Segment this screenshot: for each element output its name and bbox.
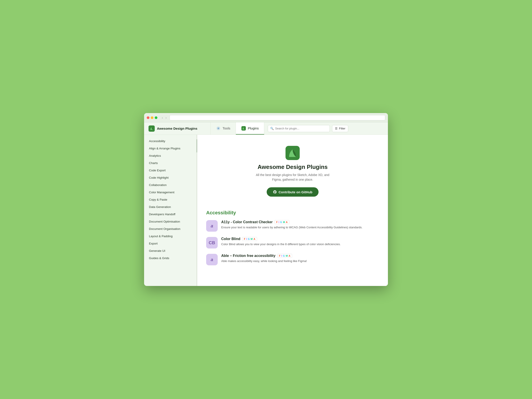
search-icon: 🔍	[270, 127, 274, 130]
github-btn-label: Contribute on GitHub	[279, 190, 312, 194]
tools-tab-label: Tools	[222, 126, 230, 130]
filter-icon: ☰	[335, 127, 338, 130]
github-button[interactable]: Contribute on GitHub	[267, 187, 318, 197]
plugin-item: CBColor BlindFIGMAColor Blind allows you…	[206, 237, 379, 248]
hero-section: Awesome Design Plugins All the best desi…	[197, 135, 388, 205]
plugins-container: aA11y - Color Contrast CheckerFIGMAEnsur…	[206, 220, 379, 265]
plugins-icon	[241, 126, 246, 131]
sidebar-item[interactable]: Document Optimisation	[144, 218, 197, 225]
hero-description: All the best design plugins for Sketch, …	[255, 173, 330, 182]
fullscreen-button[interactable]	[155, 116, 157, 119]
tab-plugins[interactable]: Plugins	[236, 122, 264, 134]
tab-tools[interactable]: Tools	[211, 122, 236, 134]
content-area: Awesome Design Plugins All the best desi…	[197, 135, 388, 286]
plugin-name: Able – Friction free accessibility	[221, 254, 276, 258]
sidebar-item[interactable]: Analytics	[144, 152, 197, 159]
sidebar-wrapper: AccessibilityAlign & Arrange PluginsAnal…	[144, 135, 197, 286]
hero-title: Awesome Design Plugins	[258, 164, 328, 171]
desktop: ‹ › Awesome Design Plugins	[140, 109, 392, 290]
minimize-button[interactable]	[151, 116, 153, 119]
sidebar-scrollbar-track	[196, 135, 197, 286]
sidebar-item[interactable]: Collaboration	[144, 181, 197, 189]
plugins-tab-label: Plugins	[248, 126, 259, 130]
platform-badge: FIGMA	[274, 220, 289, 224]
sidebar-item[interactable]: Copy & Paste	[144, 196, 197, 203]
filter-button[interactable]: ☰ Filter	[332, 125, 348, 132]
plugin-name: A11y - Color Contrast Checker	[221, 220, 273, 224]
sidebar-item[interactable]: Document Organisation	[144, 225, 197, 233]
sidebar-item[interactable]: Data Generation	[144, 203, 197, 211]
plugin-description: Ensure your text is readable for users b…	[221, 225, 379, 230]
plugin-item: aAble – Friction free accessibilityFIGMA…	[206, 254, 379, 265]
brand-name: Awesome Design Plugins	[157, 127, 197, 130]
platform-badge: FIGMA	[242, 237, 257, 241]
plugin-item: aA11y - Color Contrast CheckerFIGMAEnsur…	[206, 220, 379, 232]
plugin-info: Able – Friction free accessibilityFIGMAA…	[221, 254, 379, 263]
platform-badge: FIGMA	[277, 254, 292, 258]
tools-icon	[216, 126, 221, 131]
sidebar-item[interactable]: Export	[144, 240, 197, 247]
category-section: Accessibility aA11y - Color Contrast Che…	[197, 205, 388, 277]
sidebar-item[interactable]: Align & Arrange Plugins	[144, 145, 197, 152]
close-button[interactable]	[147, 116, 149, 119]
sidebar-scrollbar-thumb[interactable]	[196, 139, 197, 152]
plugin-icon: CB	[206, 237, 218, 248]
plugin-description: Color Blind allows you to view your desi…	[221, 242, 379, 247]
sidebar-item[interactable]: Guides & Grids	[144, 254, 197, 262]
plugin-name-row: Color BlindFIGMA	[221, 237, 379, 241]
plugin-info: A11y - Color Contrast CheckerFIGMAEnsure…	[221, 220, 379, 230]
category-title: Accessibility	[206, 210, 379, 216]
url-bar[interactable]	[170, 115, 385, 120]
plugin-name-row: Able – Friction free accessibilityFIGMA	[221, 254, 379, 258]
brand-logo-icon	[149, 126, 155, 132]
plugin-icon: a	[206, 220, 218, 232]
app-window: ‹ › Awesome Design Plugins	[144, 113, 388, 286]
sidebar-item[interactable]: Layout & Padding	[144, 233, 197, 240]
sidebar-item[interactable]: Generate UI	[144, 247, 197, 254]
search-input[interactable]	[275, 127, 327, 130]
sidebar-item[interactable]: Charts	[144, 159, 197, 167]
nav-arrows: ‹ ›	[161, 115, 167, 120]
nav-tabs: Tools Plugins	[211, 122, 264, 134]
header-nav: Awesome Design Plugins Tools	[144, 122, 388, 135]
filter-label: Filter	[339, 127, 345, 130]
back-button[interactable]: ‹	[161, 115, 164, 120]
plugin-name-row: A11y - Color Contrast CheckerFIGMA	[221, 220, 379, 224]
sidebar-item[interactable]: Developers Handoff	[144, 211, 197, 218]
sidebar-item[interactable]: Code Highlight	[144, 174, 197, 181]
brand-area: Awesome Design Plugins	[144, 122, 211, 134]
sidebar-item[interactable]: Code Export	[144, 167, 197, 174]
sidebar: AccessibilityAlign & Arrange PluginsAnal…	[144, 135, 197, 265]
plugin-description: Able makes accessibility easy, while loo…	[221, 259, 379, 263]
plugin-info: Color BlindFIGMAColor Blind allows you t…	[221, 237, 379, 247]
main-content: AccessibilityAlign & Arrange PluginsAnal…	[144, 135, 388, 286]
sidebar-item[interactable]: Accessibility	[144, 137, 197, 145]
forward-button[interactable]: ›	[165, 115, 168, 120]
traffic-lights	[147, 116, 157, 119]
search-box: 🔍	[268, 125, 330, 132]
hero-logo-icon	[285, 146, 300, 160]
sidebar-item[interactable]: Color Management	[144, 189, 197, 196]
github-icon	[273, 190, 277, 194]
search-filter-area: 🔍 ☰ Filter	[264, 122, 388, 134]
titlebar: ‹ ›	[144, 113, 388, 122]
plugin-name: Color Blind	[221, 237, 240, 241]
plugin-icon: a	[206, 254, 218, 265]
